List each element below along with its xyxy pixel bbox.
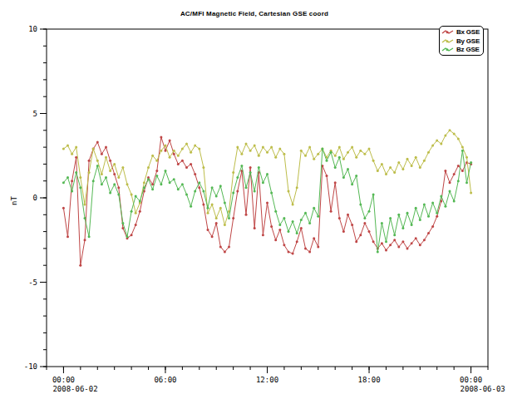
y-tick-label: -5 [28, 278, 37, 287]
series-bx-marker [292, 253, 294, 255]
series-bz-marker [236, 176, 239, 179]
series-bx-marker [109, 160, 111, 162]
series-by-marker [359, 150, 362, 152]
series-bz-marker [71, 190, 73, 192]
by-line-sample-icon [441, 37, 455, 45]
series-by-marker [126, 183, 129, 185]
series-bx-marker [62, 207, 65, 209]
series-bx-marker [330, 210, 332, 213]
series-by-marker [377, 170, 379, 172]
series-by-marker [389, 166, 392, 169]
series-by-marker [240, 153, 243, 155]
series-by-marker [296, 186, 298, 189]
series-bz-marker [113, 183, 116, 185]
series-bx-marker [397, 245, 400, 248]
series-bz-marker [207, 207, 209, 209]
series-bz-marker [151, 188, 154, 190]
series-bz-marker [326, 160, 328, 162]
series-bz-marker [232, 191, 234, 194]
series-by-marker [313, 158, 315, 160]
series-bz-marker [147, 178, 150, 180]
series-bx-marker [359, 234, 362, 236]
series-by-marker [151, 155, 154, 157]
series-by-marker [117, 176, 120, 179]
series-by-marker [215, 217, 218, 219]
series-bx-marker [351, 224, 353, 226]
series-bx-marker [381, 242, 383, 244]
series-bz-marker [411, 224, 413, 226]
series-bz-marker [377, 251, 379, 254]
series-bz-marker [461, 150, 464, 152]
series-bz-marker [381, 222, 383, 224]
series-bz-marker [431, 202, 434, 204]
series-bz-marker [334, 166, 337, 169]
series-bx-marker [453, 173, 456, 175]
series-bz-marker [389, 217, 392, 219]
plot-area: 00:0006:0012:0018:0000:002008-06-022008-… [0, 0, 532, 399]
series-bx-marker [79, 264, 81, 267]
series-by-line [63, 131, 470, 225]
y-tick-label: 0 [33, 194, 37, 202]
series-by-marker [121, 166, 124, 169]
plot-frame [47, 29, 488, 367]
series-by-marker [143, 181, 145, 184]
series-bz-marker [215, 195, 218, 198]
series-bx-marker [173, 153, 175, 155]
series-bx-marker [338, 217, 341, 219]
series-bx-marker [155, 170, 158, 172]
legend-item-bx: Bx GSE [441, 27, 481, 37]
series-by-marker [194, 145, 196, 147]
series-bx-marker [262, 234, 264, 236]
series-by-marker [207, 212, 209, 214]
series-bx-marker [228, 245, 230, 248]
series-bz-marker [296, 232, 298, 234]
series-bx-marker [461, 170, 464, 172]
series-bz-marker [401, 227, 404, 229]
series-by-marker [245, 143, 248, 145]
series-bx-marker [436, 215, 438, 218]
series-by-marker [470, 191, 472, 194]
series-bz-marker [419, 219, 421, 221]
series-bz-marker [342, 176, 345, 179]
series-bz-marker [444, 205, 446, 208]
series-bz-marker [135, 195, 137, 198]
series-bx-marker [84, 239, 86, 241]
series-by-marker [113, 163, 116, 165]
series-by-marker [181, 148, 184, 150]
x-tick-label: 00:00 [52, 376, 75, 384]
series-bx-marker [181, 160, 184, 162]
series-by-marker [444, 134, 446, 136]
series-bz-marker [274, 210, 277, 213]
series-bz-marker [457, 180, 460, 182]
series-bx-marker [372, 240, 375, 243]
series-by-marker [147, 166, 150, 169]
series-by-marker [288, 190, 290, 192]
series-bz-marker [139, 200, 141, 203]
series-by-marker [75, 146, 77, 149]
series-by-marker [457, 137, 460, 140]
series-bx-marker [207, 229, 209, 231]
series-bz-marker [88, 235, 91, 238]
series-by-marker [351, 146, 353, 149]
series-by-marker [88, 171, 91, 174]
series-by-marker [283, 153, 285, 155]
series-bx-marker [224, 251, 226, 254]
series-bz-marker [393, 234, 396, 236]
series-by-marker [401, 168, 404, 170]
series-by-marker [177, 155, 180, 157]
series-bx-marker [419, 244, 421, 246]
series-bz-marker [194, 190, 196, 192]
magnetic-field-figure: AC/MFI Magnetic Field, Cartesian GSE coo… [0, 0, 532, 399]
y-tick-label: 10 [28, 25, 37, 33]
y-tick-label: 5 [33, 110, 37, 118]
series-by-marker [334, 155, 337, 157]
series-bx-marker [190, 163, 192, 165]
series-bx-marker [88, 160, 91, 162]
series-bx-marker [266, 202, 268, 204]
series-by-marker [304, 155, 307, 157]
series-by-marker [131, 193, 133, 195]
series-by-marker [185, 143, 188, 145]
legend-item-bz: Bz GSE [441, 45, 481, 54]
series-bx-marker [245, 214, 248, 216]
series-by-marker [292, 204, 294, 206]
